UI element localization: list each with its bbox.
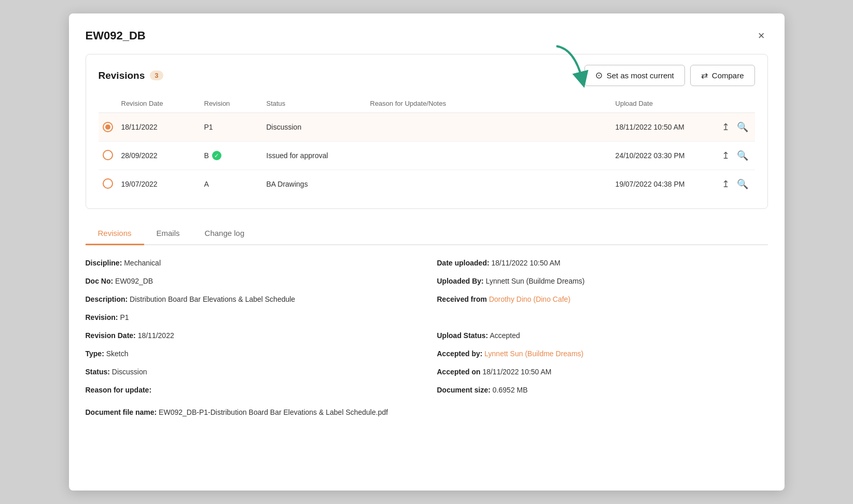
- detail-label: Revision:: [86, 313, 118, 321]
- row-radio-btn[interactable]: [103, 122, 113, 132]
- col-header-upload-date: Upload Date: [611, 96, 715, 113]
- detail-value[interactable]: Dorothy Dino (Dino Cafe): [489, 295, 570, 303]
- detail-label: Status:: [86, 368, 110, 376]
- detail-row: Type: Sketch: [86, 348, 416, 359]
- download-button[interactable]: ↥: [719, 149, 732, 162]
- row-notes: [366, 170, 611, 199]
- detail-label: Revision Date:: [86, 331, 136, 340]
- set-current-button[interactable]: ⊙ Set as most current: [584, 65, 685, 86]
- detail-row: Received from Dorothy Dino (Dino Cafe): [437, 294, 768, 305]
- detail-row: Accepted on 18/11/2022 10:50 AM: [437, 367, 768, 377]
- card-actions: ⊙ Set as most current ⇄ Compare: [584, 65, 755, 86]
- detail-value: Distribution Board Bar Elevations & Labe…: [130, 295, 295, 303]
- row-radio-cell: [99, 113, 117, 142]
- approved-icon: ✓: [212, 151, 221, 160]
- row-upload-date: 19/07/2022 04:38 PM: [611, 170, 715, 199]
- col-header-actions: [715, 96, 755, 113]
- row-revision-date: 28/09/2022: [117, 142, 200, 170]
- detail-row: Revision: P1: [86, 312, 416, 323]
- modal-title: EW092_DB: [86, 29, 146, 43]
- detail-row: Accepted by: Lynnett Sun (Buildme Dreams…: [437, 348, 768, 359]
- row-radio-btn[interactable]: [103, 178, 113, 189]
- detail-label: Date uploaded:: [437, 259, 490, 267]
- table-row[interactable]: 28/09/2022B ✓Issued for approval24/10/20…: [99, 142, 755, 170]
- detail-label: Document size:: [437, 386, 491, 394]
- detail-value: Discussion: [112, 368, 147, 376]
- tab-emails[interactable]: Emails: [144, 223, 192, 245]
- detail-row: Reason for update:: [86, 385, 416, 396]
- details-left: Discipline: MechanicalDoc No: EW092_DBDe…: [86, 258, 416, 403]
- row-upload-date: 24/10/2022 03:30 PM: [611, 142, 715, 170]
- detail-value: 18/11/2022: [138, 331, 174, 340]
- tab-change-log[interactable]: Change log: [192, 223, 257, 245]
- filename-value: EW092_DB-P1-Distribution Board Bar Eleva…: [159, 408, 388, 416]
- revisions-card: Revisions 3 ⊙ Set as most current ⇄ Comp…: [86, 54, 768, 209]
- detail-label: Doc No:: [86, 277, 114, 285]
- detail-label: Received from: [437, 295, 487, 303]
- modal-header: EW092_DB ×: [86, 28, 768, 44]
- preview-button[interactable]: 🔍: [734, 149, 751, 162]
- row-revision: B ✓: [200, 142, 262, 170]
- detail-value: Lynnett Sun (Buildme Dreams): [486, 277, 585, 285]
- revisions-count-badge: 3: [150, 71, 163, 80]
- revisions-table: Revision Date Revision Status Reason for…: [99, 96, 755, 198]
- detail-row: [437, 312, 768, 323]
- detail-label: Accepted by:: [437, 349, 483, 358]
- col-header-notes: Reason for Update/Notes: [366, 96, 611, 113]
- compare-icon: ⇄: [701, 71, 708, 80]
- row-actions-cell: ↥ 🔍: [715, 113, 755, 142]
- row-status: BA Drawings: [262, 170, 366, 199]
- detail-label: Discipline:: [86, 259, 122, 267]
- detail-row: Discipline: Mechanical: [86, 258, 416, 269]
- detail-value: 0.6952 MB: [493, 386, 528, 394]
- compare-button[interactable]: ⇄ Compare: [690, 65, 755, 86]
- row-status: Issued for approval: [262, 142, 366, 170]
- col-header-radio: [99, 96, 117, 113]
- download-button[interactable]: ↥: [719, 177, 732, 191]
- detail-row: Upload Status: Accepted: [437, 330, 768, 341]
- detail-value: 18/11/2022 10:50 AM: [492, 259, 561, 267]
- download-button[interactable]: ↥: [719, 120, 732, 134]
- check-circle-icon: ⊙: [595, 70, 603, 81]
- detail-row: Document size: 0.6952 MB: [437, 385, 768, 396]
- tab-revisions[interactable]: Revisions: [86, 223, 144, 245]
- close-button[interactable]: ×: [755, 28, 768, 44]
- revisions-card-title: Revisions: [99, 70, 145, 81]
- compare-label: Compare: [712, 71, 744, 80]
- detail-value[interactable]: Lynnett Sun (Buildme Dreams): [484, 349, 583, 358]
- detail-label: Reason for update:: [86, 386, 152, 394]
- detail-label: Description:: [86, 295, 128, 303]
- row-revision-date: 18/11/2022: [117, 113, 200, 142]
- set-current-label: Set as most current: [607, 71, 674, 80]
- row-upload-date: 18/11/2022 10:50 AM: [611, 113, 715, 142]
- revisions-title-row: Revisions 3: [99, 70, 163, 81]
- detail-row: Status: Discussion: [86, 367, 416, 377]
- row-radio-cell: [99, 142, 117, 170]
- row-actions-cell: ↥ 🔍: [715, 170, 755, 199]
- row-radio-cell: [99, 170, 117, 199]
- detail-label: Uploaded By:: [437, 277, 484, 285]
- row-status: Discussion: [262, 113, 366, 142]
- preview-button[interactable]: 🔍: [734, 177, 751, 191]
- detail-label: Type:: [86, 349, 104, 358]
- table-row[interactable]: 18/11/2022P1Discussion18/11/2022 10:50 A…: [99, 113, 755, 142]
- detail-value: P1: [120, 313, 129, 321]
- filename-label: Document file name:: [86, 408, 157, 416]
- col-header-date: Revision Date: [117, 96, 200, 113]
- row-revision: P1: [200, 113, 262, 142]
- col-header-status: Status: [262, 96, 366, 113]
- detail-row: Description: Distribution Board Bar Elev…: [86, 294, 416, 305]
- document-filename-row: Document file name: EW092_DB-P1-Distribu…: [86, 408, 768, 416]
- detail-label: Accepted on: [437, 368, 481, 376]
- col-header-revision: Revision: [200, 96, 262, 113]
- row-revision: A: [200, 170, 262, 199]
- row-actions-cell: ↥ 🔍: [715, 142, 755, 170]
- preview-button[interactable]: 🔍: [734, 120, 751, 134]
- details-right: Date uploaded: 18/11/2022 10:50 AMUpload…: [437, 258, 768, 403]
- detail-row: Uploaded By: Lynnett Sun (Buildme Dreams…: [437, 276, 768, 287]
- table-row[interactable]: 19/07/2022ABA Drawings19/07/2022 04:38 P…: [99, 170, 755, 199]
- row-notes: [366, 142, 611, 170]
- modal: EW092_DB × Revisions 3 ⊙ Set as most cur…: [69, 13, 785, 491]
- row-radio-btn[interactable]: [103, 150, 113, 160]
- detail-value: 18/11/2022 10:50 AM: [482, 368, 551, 376]
